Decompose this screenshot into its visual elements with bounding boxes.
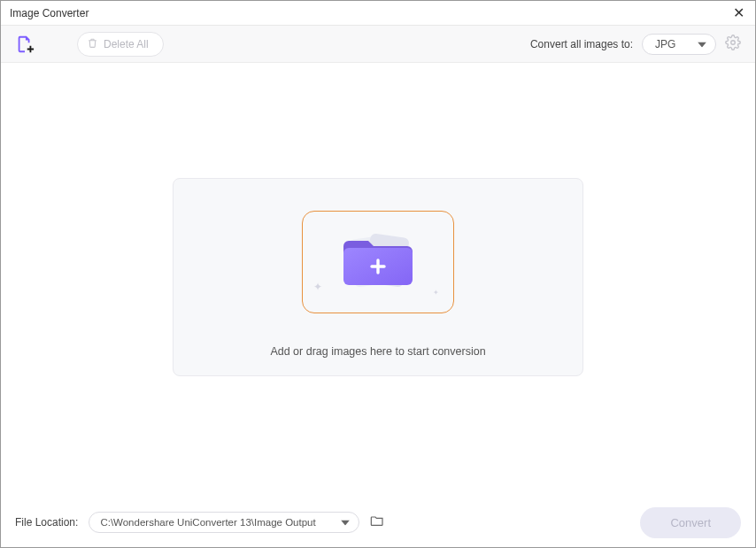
open-folder-icon[interactable] [370, 514, 384, 530]
convert-button-label: Convert [670, 516, 711, 529]
chevron-down-icon [341, 521, 350, 526]
add-files-frame[interactable]: ✦ ✦ [302, 211, 454, 313]
dropzone-instruction: Add or drag images here to start convers… [174, 345, 582, 358]
file-location-label: File Location: [15, 516, 78, 529]
delete-all-button[interactable]: Delete All [77, 32, 164, 57]
close-icon[interactable]: ✕ [733, 6, 744, 20]
window-title: Image Converter [10, 7, 89, 19]
output-format-value: JPG [655, 38, 675, 50]
sparkle-icon: ✦ [313, 281, 322, 293]
trash-icon [87, 37, 98, 51]
footer: File Location: C:\Wondershare UniConvert… [1, 498, 755, 547]
main-area: ✦ ✦ Add or drag images here to start con… [1, 63, 755, 498]
convert-all-label: Convert all images to: [530, 38, 633, 50]
toolbar: Delete All Convert all images to: JPG [1, 26, 755, 63]
convert-button[interactable]: Convert [640, 507, 741, 538]
svg-point-0 [731, 40, 736, 44]
dropzone[interactable]: ✦ ✦ Add or drag images here to start con… [173, 178, 583, 376]
settings-icon[interactable] [725, 35, 741, 54]
output-path-select[interactable]: C:\Wondershare UniConverter 13\Image Out… [89, 512, 359, 533]
folder-plus-icon [343, 234, 413, 290]
output-path-value: C:\Wondershare UniConverter 13\Image Out… [100, 517, 315, 528]
titlebar: Image Converter ✕ [1, 1, 755, 26]
add-file-icon[interactable] [15, 35, 35, 54]
output-format-select[interactable]: JPG [642, 34, 716, 55]
chevron-down-icon [698, 42, 706, 47]
delete-all-label: Delete All [104, 38, 149, 50]
sparkle-icon: ✦ [433, 289, 439, 297]
